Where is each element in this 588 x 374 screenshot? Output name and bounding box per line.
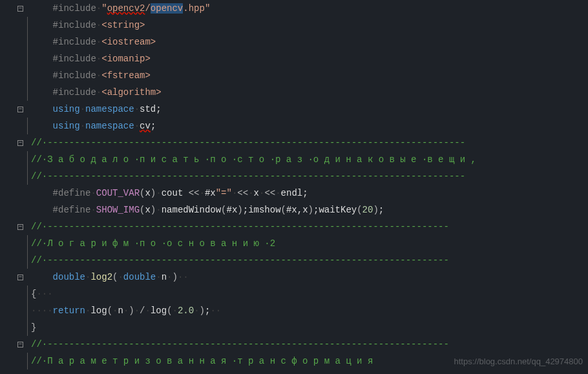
code-line[interactable]: − double·log2(·double·n·)··: [0, 269, 588, 286]
indent-guide: [27, 17, 28, 34]
comment-text: //·З а б о д а л о ·п и с а т ь ·п о ·с …: [31, 154, 476, 165]
fold-minus-icon[interactable]: −: [17, 107, 23, 112]
code-line[interactable]: }: [0, 319, 588, 336]
macro-show-img: SHOW_IMG: [96, 205, 140, 215]
fold-minus-icon[interactable]: −: [17, 6, 23, 12]
double-kw: double: [53, 272, 85, 282]
code-line[interactable]: //·З а б о д а л о ·п и с а т ь ·п о ·с …: [0, 151, 588, 168]
comment-text: //·П а р а м е т р и з о в а н н а я ·т …: [31, 356, 373, 366]
comment-divider: //·-------------------------------------…: [31, 138, 465, 148]
fold-minus-icon[interactable]: −: [17, 224, 23, 230]
fold-minus-icon[interactable]: −: [17, 342, 23, 348]
fold-minus-icon[interactable]: −: [17, 275, 23, 280]
code-editor[interactable]: − #include·"opencv2/opencv.hpp" #include…: [0, 0, 588, 369]
code-line[interactable]: − //·-----------------------------------…: [0, 218, 588, 235]
comment-text: //·Л о г а р и ф м ·п о ·о с н о в а н и…: [31, 238, 275, 249]
comment-divider: //·-------------------------------------…: [31, 222, 449, 232]
return-kw: return: [53, 306, 85, 316]
code-line[interactable]: #define·SHOW_IMG(x)·namedWindow(#x);imsh…: [0, 202, 588, 218]
code-line[interactable]: using·namespace·cv;: [0, 118, 588, 134]
fn-log2: log2: [90, 272, 112, 282]
code-line[interactable]: ····return·log(·n·)·/·log(·2.0·);··: [0, 302, 588, 319]
code-line[interactable]: − //·-----------------------------------…: [0, 336, 588, 353]
cv-namespace: cv: [140, 121, 151, 131]
watermark-text: https://blog.csdn.net/qq_42974800: [454, 353, 583, 370]
comment-divider: //·-------------------------------------…: [31, 339, 449, 349]
code-line[interactable]: {···: [0, 286, 588, 302]
fold-minus-icon[interactable]: −: [17, 140, 23, 146]
code-line[interactable]: − //·-----------------------------------…: [0, 134, 588, 151]
brace-close: }: [31, 322, 36, 333]
code-line[interactable]: //·Л о г а р и ф м ·п о ·о с н о в а н и…: [0, 235, 588, 252]
